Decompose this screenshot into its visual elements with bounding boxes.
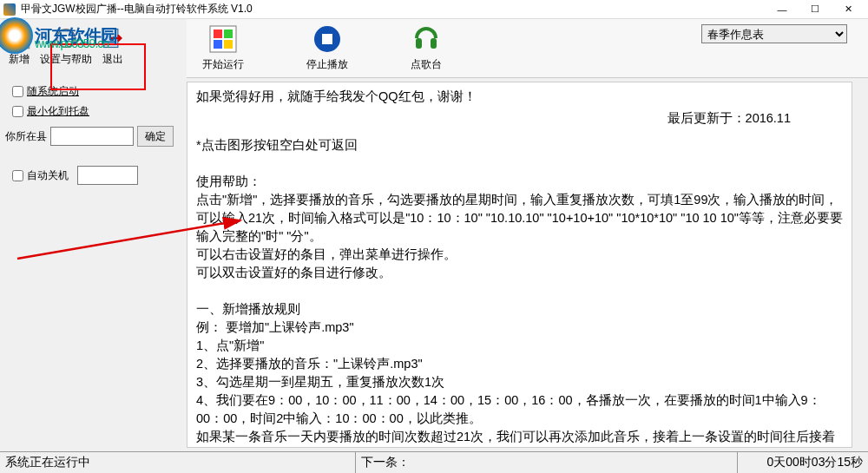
play-icon xyxy=(208,24,238,54)
svg-rect-12 xyxy=(431,38,437,49)
stop-icon xyxy=(312,24,342,54)
window-title: 甲骨文JGW校园广播--电脑自动打铃软件系统 V1.0 xyxy=(21,2,766,16)
shutdown-time-input[interactable] xyxy=(77,166,138,185)
main-toolbar: 开始运行 停止播放 点歌台 春季作息表 xyxy=(187,19,868,78)
start-label: 开始运行 xyxy=(202,57,244,72)
minimize-button[interactable]: — xyxy=(766,1,799,18)
county-input[interactable] xyxy=(50,127,134,146)
main-area: 开始运行 停止播放 点歌台 春季作息表 如果觉得好用，就随手给我发个QQ红包，谢… xyxy=(187,19,868,451)
content-step: 1、点"新增" xyxy=(196,337,843,355)
auto-shutdown-label: 自动关机 xyxy=(27,168,69,183)
auto-start-input[interactable] xyxy=(12,86,23,97)
status-countdown: 0天00时03分15秒 xyxy=(738,452,868,473)
jukebox-button[interactable]: 点歌台 xyxy=(411,24,442,72)
content-step: 2、选择要播放的音乐："上课铃声.mp3" xyxy=(196,355,843,373)
county-label: 你所在县 xyxy=(5,129,47,144)
svg-rect-10 xyxy=(322,34,332,44)
stop-label: 停止播放 xyxy=(306,57,348,72)
music-icon xyxy=(411,24,441,54)
svg-rect-8 xyxy=(224,40,233,49)
auto-start-checkbox[interactable]: 随系统启动 xyxy=(12,84,181,99)
content-heading: 使用帮助： xyxy=(196,173,843,191)
new-label: 新增 xyxy=(9,52,30,67)
min-tray-checkbox[interactable]: 最小化到托盘 xyxy=(12,104,181,119)
svg-rect-7 xyxy=(214,40,222,49)
app-icon xyxy=(3,3,16,16)
min-tray-label: 最小化到托盘 xyxy=(27,104,89,119)
jukebox-label: 点歌台 xyxy=(411,57,442,72)
maximize-button[interactable]: ☐ xyxy=(799,1,832,18)
titlebar: 甲骨文JGW校园广播--电脑自动打铃软件系统 V1.0 — ☐ ✕ xyxy=(0,0,868,19)
watermark-logo-icon xyxy=(0,17,33,54)
watermark-overlay: 河东软件园 www.pc0359.cn xyxy=(0,17,117,54)
confirm-button[interactable]: 确定 xyxy=(137,126,174,147)
sidebar: 河东软件园 www.pc0359.cn 新增 设置与帮助 退出 随系统启动 xyxy=(0,19,187,451)
settings-help-label: 设置与帮助 xyxy=(40,52,92,67)
min-tray-input[interactable] xyxy=(12,106,23,117)
content-line: 例： 要增加"上课铃声.mp3" xyxy=(196,319,843,337)
stop-button[interactable]: 停止播放 xyxy=(306,24,348,72)
status-running: 系统正在运行中 xyxy=(0,452,356,473)
content-step: 3、勾选星期一到星期五，重复播放次数1次 xyxy=(196,373,843,391)
statusbar: 系统正在运行中 下一条： 0天00时03分15秒 xyxy=(0,451,868,473)
status-next: 下一条： xyxy=(356,452,738,473)
content-step: 4、我们要在9：00，10：00，11：00，14：00，15：00，16：00… xyxy=(196,391,843,428)
svg-rect-5 xyxy=(214,30,222,38)
content-para: 可以双击设置好的条目进行修改。 xyxy=(196,264,843,282)
svg-rect-11 xyxy=(416,38,422,49)
auto-start-label: 随系统启动 xyxy=(27,84,79,99)
content-line: *点击图形按钮空白处可返回 xyxy=(196,136,843,154)
schedule-select[interactable]: 春季作息表 xyxy=(701,24,847,43)
exit-label: 退出 xyxy=(102,52,123,67)
content-para: 可以右击设置好的条目，弹出菜单进行操作。 xyxy=(196,246,843,264)
content-para: 点击"新增"，选择要播放的音乐，勾选要播放的星期时间，输入重复播放次数，可填1至… xyxy=(196,191,843,246)
content-para: 如果某一条音乐一天内要播放的时间次数超过21次，我们可以再次添加此音乐，接着上一… xyxy=(196,428,843,448)
svg-rect-6 xyxy=(224,30,233,38)
content-line: 如果觉得好用，就随手给我发个QQ红包，谢谢！ xyxy=(196,88,843,106)
watermark-url: www.pc0359.cn xyxy=(35,36,108,50)
start-button[interactable]: 开始运行 xyxy=(202,24,244,72)
auto-shutdown-checkbox[interactable] xyxy=(12,170,23,181)
close-button[interactable]: ✕ xyxy=(832,1,865,18)
help-content: 如果觉得好用，就随手给我发个QQ红包，谢谢！ 最后更新于：2016.11 *点击… xyxy=(187,82,852,448)
content-heading: 一、新增播放规则 xyxy=(196,300,843,319)
last-update: 最后更新于：2016.11 xyxy=(196,109,843,128)
